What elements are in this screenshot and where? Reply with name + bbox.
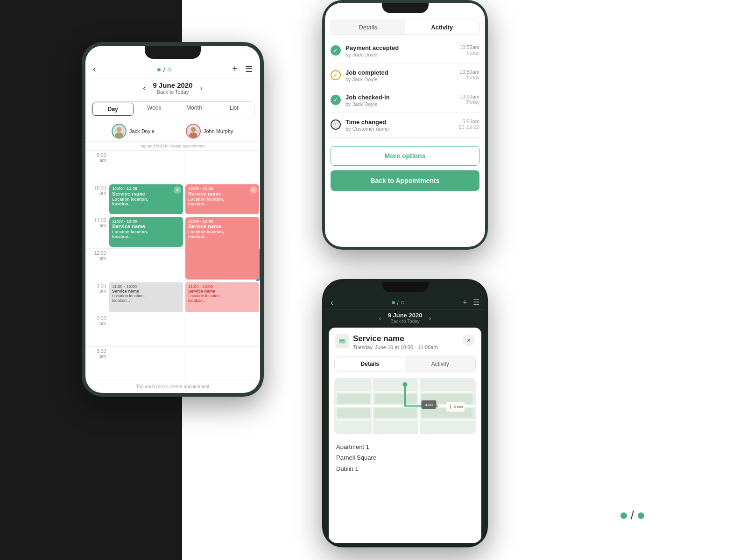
svg-point-20 bbox=[403, 382, 408, 387]
nav-icons: + ☰ bbox=[232, 63, 253, 74]
payment-time: 10:55am bbox=[459, 44, 479, 50]
row-1100-john: 11:00 - 12:00 Service name Location loca… bbox=[184, 216, 260, 249]
completed-title: Job completed bbox=[345, 69, 455, 76]
timechange-content: Time changed by Customer name bbox=[345, 119, 454, 132]
tab-week[interactable]: Week bbox=[134, 102, 175, 117]
next-date-button[interactable]: › bbox=[200, 84, 203, 92]
map-area: B103 🚶 8 min bbox=[334, 378, 476, 434]
menu-icon[interactable]: ☰ bbox=[245, 64, 253, 74]
dot-separator: / bbox=[163, 66, 165, 73]
appt-john-1100[interactable]: 11:00 - 12:00 Service name Location loca… bbox=[185, 217, 259, 280]
phone3-back-icon[interactable]: ‹ bbox=[331, 298, 333, 308]
svg-point-3 bbox=[189, 133, 197, 138]
time-900: 9:00am bbox=[85, 151, 108, 183]
payment-date: Today bbox=[459, 50, 479, 56]
row-200-jack bbox=[108, 314, 184, 347]
svg-point-1 bbox=[115, 133, 123, 138]
card-title-row: Service name Tuesday, June 10 at 10:00 -… bbox=[335, 334, 438, 350]
phone2-notch bbox=[382, 3, 429, 13]
time-1200: 12:00pm bbox=[85, 249, 108, 281]
tab-day[interactable]: Day bbox=[92, 103, 134, 116]
svg-text:B103: B103 bbox=[424, 403, 433, 407]
appt-john-loc3: Location location,location... bbox=[188, 294, 256, 303]
svg-rect-5 bbox=[340, 340, 344, 341]
brand-decoration: / bbox=[620, 508, 644, 523]
appt-john-100[interactable]: 11:00 - 12:00 Service name Location loca… bbox=[185, 282, 259, 312]
activity-tabs: Details Activity bbox=[331, 20, 479, 35]
avatar-john bbox=[186, 124, 201, 139]
appt-john-loc2: Location location,location... bbox=[188, 230, 256, 239]
svg-rect-13 bbox=[375, 394, 417, 404]
tab-details-svc[interactable]: Details bbox=[335, 357, 405, 371]
add-icon[interactable]: + bbox=[232, 63, 238, 74]
service-tabs: Details Activity bbox=[334, 357, 476, 371]
phone-notch bbox=[145, 46, 201, 59]
back-appointments-button[interactable]: Back to Appointments bbox=[331, 170, 479, 191]
time-1100: 11:00am bbox=[85, 216, 108, 249]
activity-list: ✓ Payment accepted by Jack Doyle 10:55am… bbox=[325, 35, 485, 141]
appt-john-1000[interactable]: 10:00 - 11:00 Service name Location loca… bbox=[185, 184, 259, 214]
completed-icon: ✓ bbox=[331, 70, 341, 80]
svg-text:🚶 8 min: 🚶 8 min bbox=[448, 404, 463, 409]
tap-hint-top: Tap and hold to create appointment bbox=[85, 142, 260, 151]
appt-location: Location location,location... bbox=[112, 197, 180, 206]
service-detail-card: Service name Tuesday, June 10 at 10:00 -… bbox=[329, 328, 481, 543]
date-navigation: ‹ 9 June 2020 Back to Today › bbox=[85, 78, 260, 98]
timechange-title: Time changed bbox=[345, 119, 454, 126]
row-300-john bbox=[184, 347, 260, 379]
timechange-time-block: 5:50pm 20 Jul 20 bbox=[458, 119, 479, 130]
phone3-date-nav: ‹ 9 June 2020 Back to Today › bbox=[325, 310, 485, 326]
tab-month[interactable]: Month bbox=[174, 102, 214, 117]
tab-activity[interactable]: Activity bbox=[405, 20, 479, 35]
checkin-time-block: 10:00am Today bbox=[459, 94, 479, 105]
tab-details[interactable]: Details bbox=[331, 20, 405, 35]
row-300-jack bbox=[108, 347, 184, 379]
time-100: 1:00pm bbox=[85, 281, 108, 314]
row-900-john bbox=[184, 151, 260, 183]
brand-dot-right bbox=[638, 512, 644, 519]
svg-rect-15 bbox=[338, 408, 370, 418]
checkin-time: 10:00am bbox=[459, 94, 479, 99]
row-1000-jack: 10:00 - 11:00 Service name Location loca… bbox=[108, 183, 184, 216]
staff-john: John Murphy bbox=[182, 123, 256, 140]
address-line3: Dublin 1 bbox=[336, 463, 474, 474]
phone3-dots: / bbox=[392, 300, 404, 306]
status-dots: / bbox=[157, 63, 171, 74]
back-to-today[interactable]: Back to Today bbox=[153, 89, 192, 95]
phone3-dot-outline bbox=[401, 301, 404, 304]
completed-date: Today bbox=[459, 75, 479, 80]
appt-john-loc: Location location,location... bbox=[188, 197, 256, 206]
appt-jack-1100[interactable]: 11:00 - 12:00 Service name Location loca… bbox=[109, 217, 183, 247]
time-300: 3:00pm bbox=[85, 347, 108, 379]
appt-jack-1000[interactable]: 10:00 - 11:00 Service name Location loca… bbox=[109, 184, 183, 214]
row-1000-john: 10:00 - 11:00 Service name Location loca… bbox=[184, 183, 260, 216]
completed-content: Job completed by Jack Doyle bbox=[345, 69, 455, 82]
staff-name-john: John Murphy bbox=[204, 128, 233, 134]
activity-item-payment: ✓ Payment accepted by Jack Doyle 10:55am… bbox=[331, 39, 479, 63]
more-options-button[interactable]: More options bbox=[331, 146, 479, 166]
phone3-prev-button[interactable]: ‹ bbox=[379, 314, 381, 322]
phone3-date: 9 June 2020 bbox=[388, 312, 423, 319]
phone3-menu-icon[interactable]: ☰ bbox=[473, 298, 479, 308]
tab-list[interactable]: List bbox=[214, 102, 254, 117]
back-arrow-icon[interactable]: ‹ bbox=[93, 63, 96, 74]
phone3-back-today[interactable]: Back to Today bbox=[388, 319, 423, 324]
payment-title: Payment accepted bbox=[345, 44, 455, 51]
brand-dot-left bbox=[620, 512, 627, 519]
staff-name-jack: Jack Doyle bbox=[129, 128, 155, 134]
completed-time-block: 10:50am Today bbox=[459, 69, 479, 80]
tab-activity-svc[interactable]: Activity bbox=[405, 357, 476, 371]
svg-rect-12 bbox=[338, 394, 370, 404]
service-close-button[interactable]: × bbox=[463, 334, 475, 346]
phone3-next-button[interactable]: › bbox=[429, 314, 431, 322]
grid-col-john: 10:00 - 11:00 Service name Location loca… bbox=[184, 151, 260, 380]
appt-time-100: 11:00 - 12:00 bbox=[112, 284, 180, 289]
row-200-john bbox=[184, 314, 260, 347]
phone3-add-icon[interactable]: + bbox=[462, 298, 467, 308]
row-900-jack bbox=[108, 151, 184, 183]
prev-date-button[interactable]: ‹ bbox=[143, 84, 145, 92]
appt-jack-100[interactable]: 11:00 - 12:00 Service name Location loca… bbox=[109, 282, 183, 312]
completed-by: by Jack Doyle bbox=[345, 77, 455, 82]
svg-rect-4 bbox=[339, 339, 345, 343]
phone3-notch bbox=[382, 282, 429, 292]
